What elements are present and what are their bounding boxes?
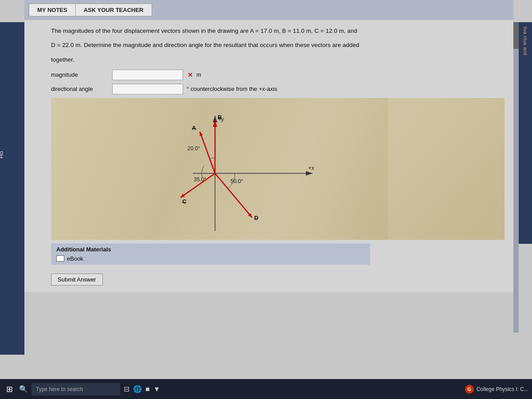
problem-text-2: D = 22.0 m. Determine the magnitude and … <box>51 41 450 50</box>
start-button[interactable]: ⊞ <box>4 383 16 396</box>
submit-button[interactable]: Submit Answer <box>51 274 103 286</box>
taskbar-app-icon: G <box>465 385 474 394</box>
right-text-2: ctua <box>523 36 528 45</box>
right-sidebar: tiva ctua and <box>519 22 532 244</box>
direction-input[interactable] <box>112 84 183 94</box>
ebook-label: eBook <box>67 255 83 262</box>
ebook-link[interactable]: eBook <box>56 255 365 262</box>
magnitude-unit: m <box>196 71 201 78</box>
taskbar-app-label: College Physics I: C... <box>477 386 528 392</box>
main-content: Ho tiva ctua and MY NOTES ASK YOUR TEACH… <box>0 0 532 399</box>
problem-text-3: together. <box>51 55 450 64</box>
taskbar-icon-4[interactable]: ▼ <box>153 385 160 393</box>
scrollbar-thumb[interactable] <box>513 22 519 49</box>
content-panel: The magnitudes of the four displacement … <box>24 20 513 292</box>
taskbar: ⊞ 🔍 ⊟ 🌐 ■ ▼ G College Physics I: C... <box>0 379 532 399</box>
my-notes-button[interactable]: MY NOTES <box>29 4 75 16</box>
x-mark-icon: ✕ <box>188 71 193 78</box>
left-sidebar: Ho <box>0 22 24 355</box>
problem-text-1: The magnitudes of the four displacement … <box>51 27 450 35</box>
vector-diagram <box>51 98 388 240</box>
left-sidebar-label: Ho <box>0 151 4 159</box>
direction-suffix: ° counterclockwise from the +x-axis <box>187 86 277 92</box>
taskbar-icon-2[interactable]: 🌐 <box>133 385 142 393</box>
direction-label: directional angle <box>51 86 109 92</box>
magnitude-input[interactable] <box>112 70 183 80</box>
top-bar: MY NOTES ASK YOUR TEACHER <box>24 0 513 20</box>
magnitude-row: magnitude ✕ m <box>51 70 505 80</box>
search-icon: 🔍 <box>19 385 28 393</box>
right-text-3: and <box>523 47 528 55</box>
ebook-icon <box>56 255 64 262</box>
taskbar-icons: ⊟ 🌐 ■ ▼ <box>124 385 160 393</box>
taskbar-search-input[interactable] <box>31 383 120 395</box>
taskbar-app[interactable]: G College Physics I: C... <box>465 385 528 394</box>
magnitude-label: magnitude <box>51 71 109 78</box>
additional-materials: Additional Materials eBook <box>51 243 370 265</box>
additional-materials-title: Additional Materials <box>56 246 365 253</box>
ask-teacher-button[interactable]: ASK YOUR TEACHER <box>75 4 152 16</box>
taskbar-icon-3[interactable]: ■ <box>145 385 150 393</box>
direction-row: directional angle ° counterclockwise fro… <box>51 84 505 94</box>
scrollbar[interactable] <box>513 22 519 332</box>
content-wrapper: MY NOTES ASK YOUR TEACHER The magnitudes… <box>24 0 513 292</box>
right-text-1: tiva <box>523 27 528 34</box>
taskbar-icon-1[interactable]: ⊟ <box>124 385 129 393</box>
taskbar-right: G College Physics I: C... <box>465 385 528 394</box>
diagram-area <box>51 98 505 240</box>
